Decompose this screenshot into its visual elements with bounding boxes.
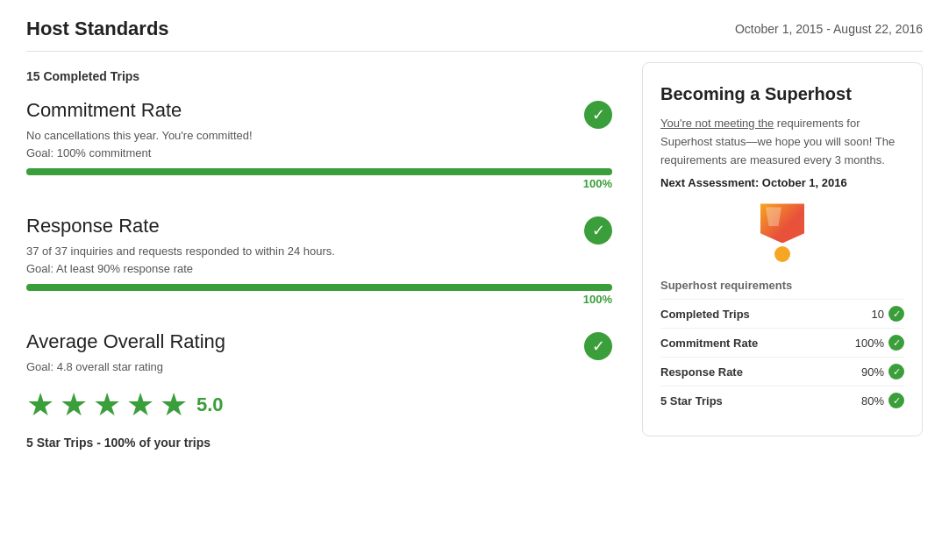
response-rate-desc2: Goal: At least 90% response rate — [26, 260, 335, 278]
overall-rating-row: Average Overall Rating Goal: 4.8 overall… — [26, 330, 612, 376]
overall-rating-desc: Goal: 4.8 overall star rating — [26, 358, 225, 376]
req-check-completed-trips: ✓ — [888, 306, 904, 322]
req-row-5star-trips: 5 Star Trips 80% ✓ — [660, 386, 904, 415]
medal-container — [660, 203, 904, 265]
medal-body — [760, 203, 804, 243]
commitment-rate-progress-label: 100% — [26, 177, 612, 190]
star-4: ★ — [126, 386, 154, 423]
commitment-rate-desc1: No cancellations this year. You're commi… — [26, 127, 253, 145]
response-rate-row: Response Rate 37 of 37 inquiries and req… — [26, 215, 612, 277]
superhost-desc-underline: You're not meeting the — [660, 117, 774, 130]
req-label-commitment-rate: Commitment Rate — [660, 337, 758, 350]
response-rate-progress-label: 100% — [26, 293, 612, 306]
stars-row: ★ ★ ★ ★ ★ 5.0 — [26, 386, 612, 423]
commitment-rate-text: Commitment Rate No cancellations this ye… — [26, 99, 253, 161]
req-num-completed-trips: 10 — [872, 308, 884, 321]
overall-rating-section: Average Overall Rating Goal: 4.8 overall… — [26, 330, 612, 450]
req-check-response-rate: ✓ — [888, 364, 904, 379]
overall-rating-title: Average Overall Rating — [26, 330, 225, 353]
req-label-5star-trips: 5 Star Trips — [660, 394, 723, 408]
response-rate-title: Response Rate — [26, 215, 335, 237]
completed-trips-label: 15 Completed Trips — [26, 62, 612, 83]
response-rate-progress-fill — [26, 284, 612, 291]
superhost-title: Becoming a Superhost — [660, 84, 904, 104]
response-rate-section: Response Rate 37 of 37 inquiries and req… — [26, 215, 612, 306]
req-label-completed-trips: Completed Trips — [660, 308, 750, 321]
five-star-trips-label: 5 Star Trips - 100% of your trips — [26, 436, 612, 450]
requirements-heading: Superhost requirements — [660, 279, 904, 292]
main-content: 15 Completed Trips Commitment Rate No ca… — [26, 62, 923, 474]
commitment-rate-progress-fill — [26, 168, 612, 175]
star-3: ★ — [93, 386, 121, 423]
page-title: Host Standards — [26, 18, 169, 40]
page-header: Host Standards October 1, 2015 - August … — [26, 18, 923, 52]
response-rate-check-icon: ✓ — [584, 216, 612, 245]
superhost-medal — [756, 203, 809, 265]
req-check-commitment-rate: ✓ — [888, 335, 904, 351]
req-value-commitment-rate: 100% ✓ — [855, 335, 904, 351]
req-value-5star-trips: 80% ✓ — [861, 393, 904, 408]
response-rate-progress-bar — [26, 284, 612, 291]
star-rating-value: 5.0 — [196, 393, 224, 416]
req-row-commitment-rate: Commitment Rate 100% ✓ — [660, 328, 904, 357]
superhost-panel: Becoming a Superhost You're not meeting … — [642, 62, 923, 436]
req-label-response-rate: Response Rate — [660, 365, 743, 379]
req-row-response-rate: Response Rate 90% ✓ — [660, 357, 904, 386]
star-1: ★ — [26, 386, 54, 423]
next-assessment: Next Assessment: October 1, 2016 — [660, 176, 904, 189]
response-rate-desc1: 37 of 37 inquiries and requests responde… — [26, 243, 335, 260]
commitment-rate-check-icon: ✓ — [584, 101, 612, 129]
req-num-commitment-rate: 100% — [855, 337, 884, 350]
commitment-rate-progress-bar — [26, 168, 612, 175]
req-value-completed-trips: 10 ✓ — [872, 306, 904, 322]
req-num-response-rate: 90% — [861, 365, 884, 379]
commitment-rate-section: Commitment Rate No cancellations this ye… — [26, 99, 612, 190]
medal-shine — [766, 207, 781, 226]
overall-rating-check-icon: ✓ — [584, 332, 612, 360]
req-num-5star-trips: 80% — [861, 394, 884, 408]
commitment-rate-desc2: Goal: 100% commitment — [26, 145, 253, 162]
req-value-response-rate: 90% ✓ — [861, 364, 904, 379]
page-container: Host Standards October 1, 2015 - August … — [0, 0, 949, 560]
date-range: October 1, 2015 - August 22, 2016 — [735, 22, 923, 36]
commitment-rate-title: Commitment Rate — [26, 99, 253, 122]
overall-rating-text: Average Overall Rating Goal: 4.8 overall… — [26, 330, 225, 376]
response-rate-text: Response Rate 37 of 37 inquiries and req… — [26, 215, 335, 277]
commitment-rate-row: Commitment Rate No cancellations this ye… — [26, 99, 612, 161]
req-check-5star-trips: ✓ — [888, 393, 904, 408]
requirements-list: Completed Trips 10 ✓ Commitment Rate 100… — [660, 299, 904, 415]
req-row-completed-trips: Completed Trips 10 ✓ — [660, 299, 904, 328]
superhost-desc: You're not meeting the requirements for … — [660, 115, 904, 169]
star-5: ★ — [160, 386, 188, 423]
star-2: ★ — [60, 386, 88, 423]
left-panel: 15 Completed Trips Commitment Rate No ca… — [26, 62, 621, 474]
medal-circle — [774, 246, 790, 262]
